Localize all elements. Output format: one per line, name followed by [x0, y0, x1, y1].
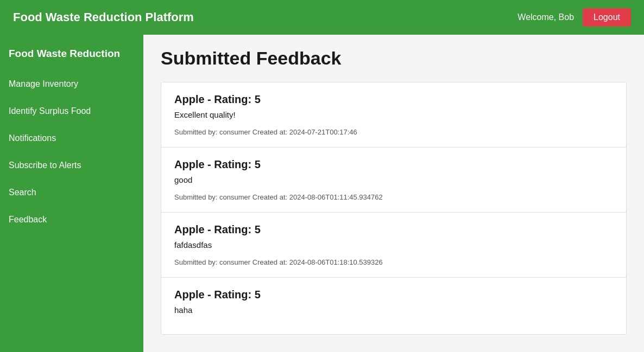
feedback-title: Apple - Rating: 5: [174, 223, 613, 236]
sidebar-item-subscribe-to-alerts[interactable]: Subscribe to Alerts: [0, 152, 143, 179]
sidebar: Food Waste Reduction Manage InventoryIde…: [0, 35, 143, 352]
logout-button[interactable]: Logout: [583, 8, 631, 27]
feedback-list: Apple - Rating: 5Excellent quality!Submi…: [161, 82, 627, 335]
feedback-comment: Excellent quality!: [174, 110, 613, 119]
page-title: Submitted Feedback: [161, 48, 627, 69]
feedback-title: Apple - Rating: 5: [174, 93, 613, 106]
feedback-card: Apple - Rating: 5haha: [161, 278, 626, 334]
welcome-text: Welcome, Bob: [517, 12, 574, 22]
feedback-meta: Submitted by: consumer Created at: 2024-…: [174, 258, 613, 266]
feedback-card: Apple - Rating: 5Excellent quality!Submi…: [161, 82, 626, 148]
feedback-card: Apple - Rating: 5goodSubmitted by: consu…: [161, 148, 626, 213]
sidebar-item-search[interactable]: Search: [0, 179, 143, 206]
header-right: Welcome, Bob Logout: [517, 8, 631, 27]
sidebar-item-identify-surplus-food[interactable]: Identify Surplus Food: [0, 98, 143, 125]
feedback-comment: fafdasdfas: [174, 240, 613, 249]
app-title: Food Waste Reduction Platform: [13, 10, 194, 24]
feedback-meta: Submitted by: consumer Created at: 2024-…: [174, 128, 613, 136]
sidebar-item-feedback[interactable]: Feedback: [0, 206, 143, 233]
feedback-card: Apple - Rating: 5fafdasdfasSubmitted by:…: [161, 213, 626, 278]
feedback-meta: Submitted by: consumer Created at: 2024-…: [174, 193, 613, 201]
main-content: Submitted Feedback Apple - Rating: 5Exce…: [143, 35, 644, 352]
sidebar-brand: Food Waste Reduction: [0, 39, 143, 71]
feedback-comment: haha: [174, 305, 613, 315]
main-layout: Food Waste Reduction Manage InventoryIde…: [0, 35, 644, 352]
feedback-title: Apple - Rating: 5: [174, 289, 613, 301]
feedback-comment: good: [174, 175, 613, 184]
header: Food Waste Reduction Platform Welcome, B…: [0, 0, 644, 35]
sidebar-item-manage-inventory[interactable]: Manage Inventory: [0, 71, 143, 98]
sidebar-item-notifications[interactable]: Notifications: [0, 125, 143, 152]
feedback-title: Apple - Rating: 5: [174, 158, 613, 171]
